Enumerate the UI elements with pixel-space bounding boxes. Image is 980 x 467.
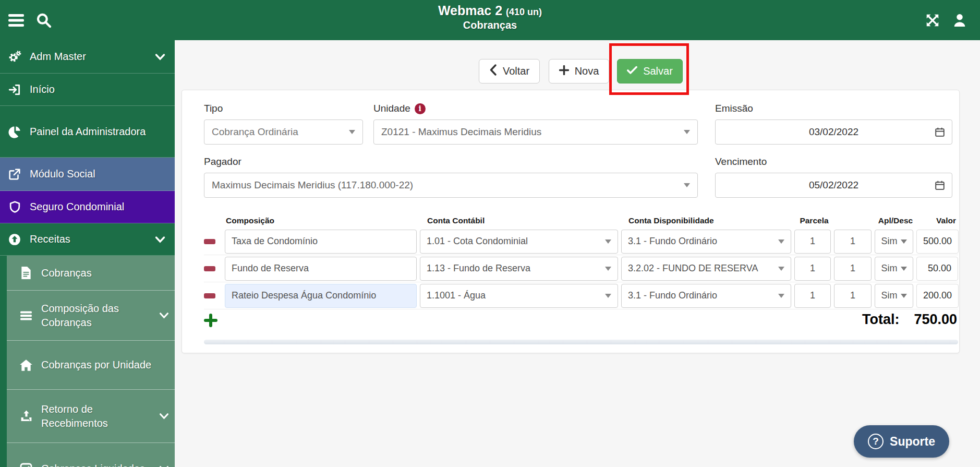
chevron-down-icon (901, 294, 907, 298)
apl-input[interactable]: 1 (834, 284, 872, 308)
units-count: (410 un) (506, 7, 542, 17)
sidebar-item-label: Seguro Condominial (30, 200, 167, 213)
vencimento-date-input[interactable]: 05/02/2022 (715, 173, 952, 198)
chevron-down-icon (349, 130, 355, 134)
sidebar-item-cobrancas[interactable]: Cobranças (7, 256, 175, 291)
sidebar-item-modulo-social[interactable]: Módulo Social (0, 158, 175, 191)
sidebar-item-cobrancas-liquidadas[interactable]: Cobranças Liquidadas (7, 443, 175, 467)
apl-desc-select[interactable]: Sim (875, 257, 913, 281)
user-icon[interactable] (952, 13, 967, 28)
apl-input[interactable]: 1 (834, 230, 872, 254)
chevron-down-icon (901, 267, 907, 271)
remove-row-button[interactable] (204, 239, 215, 244)
horizontal-scrollbar[interactable] (204, 340, 958, 344)
parcela-input[interactable]: 1 (794, 230, 831, 254)
table-row: Fundo de Reserva 1.13 - Fundo de Reserva… (204, 255, 958, 282)
vencimento-label: Vencimento (715, 156, 767, 167)
nova-button[interactable]: Nova (549, 59, 609, 83)
table-row: Taxa de Condomínio 1.01 - Cota Condomini… (204, 228, 958, 255)
check-icon (627, 65, 637, 77)
check-square-icon (19, 463, 33, 467)
table-row: Rateio Despesa Água Condomínio 1.1001 - … (204, 282, 958, 309)
info-icon[interactable]: i (415, 103, 426, 114)
search-icon[interactable] (35, 12, 52, 29)
sidebar-item-label: Receitas (30, 232, 145, 246)
chevron-down-icon (684, 183, 690, 187)
conta-contabil-select[interactable]: 1.1001 - Água (420, 284, 618, 308)
conta-disponibilidade-select[interactable]: 3.1 - Fundo Ordinário (621, 230, 791, 254)
salvar-label: Salvar (643, 65, 673, 77)
chevron-down-icon (157, 413, 171, 420)
sidebar-item-label: Cobranças Liquidadas (41, 462, 149, 467)
sidebar-item-painel-administradora[interactable]: Painel da Administradora (0, 106, 175, 158)
voltar-label: Voltar (503, 65, 529, 77)
suporte-button[interactable]: ? Suporte (854, 425, 949, 458)
tipo-select[interactable]: Cobrança Ordinária (204, 119, 363, 145)
composicao-input[interactable]: Fundo de Reserva (225, 257, 417, 281)
sidebar: Adm Master Início Painel da Administrado… (0, 40, 175, 467)
remove-row-button[interactable] (204, 266, 215, 271)
remove-row-button[interactable] (204, 293, 215, 298)
unidade-select[interactable]: Z0121 - Maximus Decimais Meridius (373, 119, 698, 145)
emissao-label: Emissão (715, 103, 753, 114)
col-header-conta-disponibilidade: Conta Disponibilidade (621, 216, 794, 225)
sidebar-item-retorno-recebimentos[interactable]: Retorno de Recebimentos (7, 390, 175, 443)
app-title-block: Webmac 2 (410 un) Cobranças (438, 2, 542, 31)
chevron-down-icon (157, 312, 171, 319)
chevron-left-icon (489, 64, 497, 78)
col-header-conta-contabil: Conta Contábil (420, 216, 621, 225)
chevron-down-icon (778, 267, 784, 271)
sidebar-item-inicio[interactable]: Início (0, 74, 175, 106)
emissao-value: 03/02/2022 (809, 126, 858, 138)
app-title: Webmac 2 (410 un) (438, 2, 542, 19)
col-header-composicao: Composição (225, 216, 420, 225)
sidebar-item-label: Adm Master (30, 50, 145, 63)
menu-icon[interactable] (7, 13, 25, 28)
parcela-input[interactable]: 1 (794, 257, 831, 281)
tipo-label: Tipo (204, 103, 223, 114)
unidade-label: Unidade i (373, 103, 426, 114)
parcela-input[interactable]: 1 (794, 284, 831, 308)
pagador-select[interactable]: Maximus Decimais Meridius (117.180.000-2… (204, 173, 698, 198)
page-title: Cobranças (438, 19, 542, 31)
calendar-icon[interactable] (934, 126, 946, 138)
sidebar-item-seguro-condominial[interactable]: Seguro Condominial (0, 191, 175, 223)
chevron-down-icon (901, 240, 907, 244)
pagador-value: Maximus Decimais Meridius (117.180.000-2… (212, 179, 684, 191)
conta-contabil-select[interactable]: 1.13 - Fundo de Reserva (420, 257, 618, 281)
cobranca-form-card: Tipo Unidade i Emissão Cobrança Ordinári… (182, 90, 960, 353)
table-header-row: Composição Conta Contábil Conta Disponib… (204, 213, 958, 228)
sidebar-item-cobrancas-por-unidade[interactable]: Cobranças por Unidade (7, 341, 175, 390)
chevron-down-icon (778, 240, 784, 244)
nova-label: Nova (575, 65, 599, 77)
add-row-button[interactable] (204, 314, 217, 329)
expand-arrows-icon[interactable] (925, 13, 940, 28)
apl-desc-select[interactable]: Sim (875, 230, 913, 254)
sidebar-item-label: Composição das Cobranças (41, 302, 149, 330)
top-bar: Webmac 2 (410 un) Cobranças (0, 0, 980, 40)
conta-contabil-select[interactable]: 1.01 - Cota Condominial (420, 230, 618, 254)
composicao-input[interactable]: Rateio Despesa Água Condomínio (225, 284, 417, 308)
conta-disponibilidade-select[interactable]: 3.1 - Fundo Ordinário (621, 284, 791, 308)
sidebar-item-label: Módulo Social (30, 167, 167, 181)
emissao-date-input[interactable]: 03/02/2022 (715, 119, 952, 145)
composicao-input[interactable]: Taxa de Condomínio (225, 230, 417, 254)
valor-input[interactable]: 500.00 (916, 230, 959, 254)
arrow-circle-up-icon (7, 233, 22, 246)
salvar-button[interactable]: Salvar (617, 59, 683, 83)
valor-input[interactable]: 200.00 (916, 284, 959, 308)
valor-input[interactable]: 50.00 (916, 257, 958, 281)
shield-icon (7, 200, 22, 213)
conta-disponibilidade-select[interactable]: 3.2.02 - FUNDO DE RESERVA (621, 257, 791, 281)
voltar-button[interactable]: Voltar (479, 59, 540, 83)
apl-desc-select[interactable]: Sim (875, 284, 913, 308)
apl-input[interactable]: 1 (834, 257, 872, 281)
sidebar-item-receitas[interactable]: Receitas (0, 223, 175, 256)
sidebar-item-composicao-cobrancas[interactable]: Composição das Cobranças (7, 291, 175, 341)
sidebar-item-adm-master[interactable]: Adm Master (0, 40, 175, 74)
calendar-icon[interactable] (934, 179, 946, 191)
chevron-down-icon (605, 240, 611, 244)
pagador-label: Pagador (204, 156, 241, 167)
chevron-down-icon (153, 53, 167, 61)
col-header-valor: Valor (916, 216, 958, 225)
